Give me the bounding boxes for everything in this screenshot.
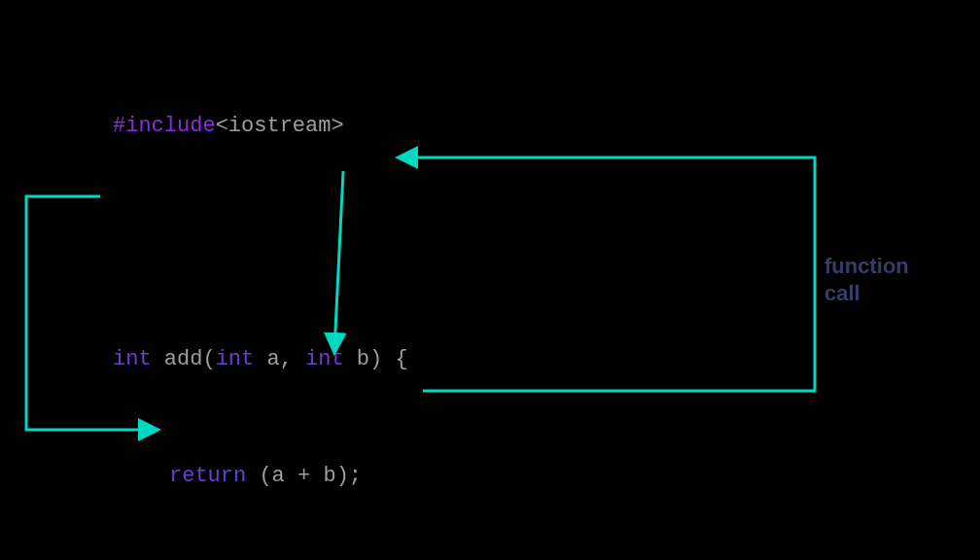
param: a, — [266, 347, 305, 371]
func-name: add( — [164, 347, 216, 371]
type-keyword: int — [216, 347, 267, 371]
function-call-label: function call — [824, 253, 909, 307]
annotation-line1: function — [824, 254, 909, 278]
annotation-line2: call — [824, 281, 860, 305]
function-call-arrow — [401, 158, 815, 391]
code-line-4: return (a + b); — [113, 457, 413, 496]
type-keyword: int — [305, 347, 357, 371]
code-line-3: int add(int a, int b) { — [113, 340, 413, 379]
include-directive: #include — [113, 114, 216, 138]
return-keyword: return — [169, 464, 259, 488]
code-line-1: #include<iostream> — [113, 107, 413, 146]
blank-line — [113, 224, 413, 262]
type-keyword: int — [113, 347, 164, 371]
include-header: <iostream> — [216, 114, 344, 138]
return-expr: (a + b); — [259, 464, 362, 488]
param-close: b) { — [357, 347, 408, 371]
code-block: #include<iostream> int add(int a, int b)… — [113, 29, 413, 560]
